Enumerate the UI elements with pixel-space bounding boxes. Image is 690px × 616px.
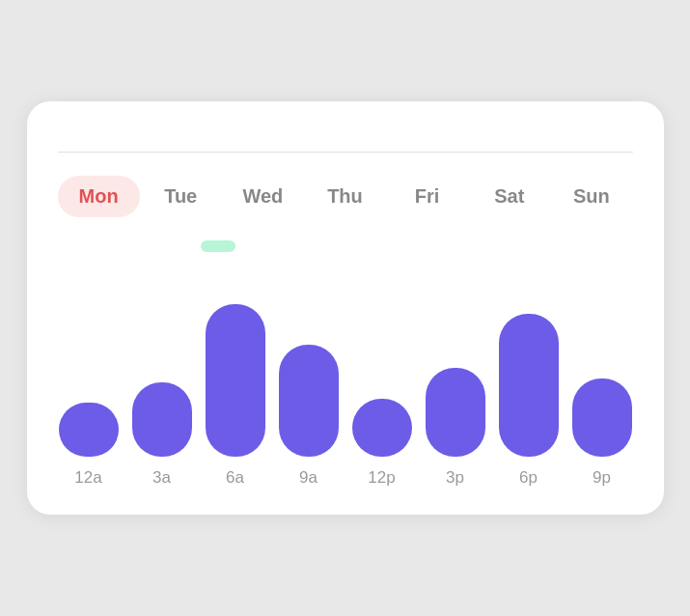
time-label-6p: 6p <box>498 468 560 488</box>
bar-col-3a <box>131 287 193 457</box>
time-label-3p: 3p <box>425 468 486 488</box>
bar-col-12a <box>58 287 120 457</box>
bar-col-9p <box>571 287 633 457</box>
time-label-12p: 12p <box>351 468 413 488</box>
time-labels-row: 12a3a6a9a12p3p6p9p <box>58 468 633 488</box>
bar-6p <box>499 314 559 457</box>
bar-3a <box>132 382 192 457</box>
time-label-6a: 6a <box>205 468 266 488</box>
bars-row <box>58 244 633 457</box>
most-active-label <box>201 240 235 252</box>
bar-6a <box>206 304 265 457</box>
time-label-12a: 12a <box>58 468 120 488</box>
day-btn-fri[interactable]: Fri <box>386 176 468 217</box>
bar-12a <box>59 403 119 457</box>
divider <box>58 152 633 153</box>
day-btn-mon[interactable]: Mon <box>58 176 140 217</box>
time-label-3a: 3a <box>131 468 193 488</box>
day-btn-thu[interactable]: Thu <box>304 176 386 217</box>
bar-col-6a <box>205 287 266 457</box>
bar-9a <box>279 345 339 457</box>
day-btn-sun[interactable]: Sun <box>550 176 632 217</box>
time-label-9a: 9a <box>278 468 340 488</box>
day-btn-sat[interactable]: Sat <box>468 176 550 217</box>
bar-12p <box>352 399 412 457</box>
bar-col-12p <box>351 287 413 457</box>
bar-9p <box>572 378 632 457</box>
best-time-card: MonTueWedThuFriSatSun 12a3a6a9a12p3p6p9p <box>27 101 664 515</box>
bar-col-3p <box>425 287 486 457</box>
bar-col-9a <box>278 287 340 457</box>
day-btn-wed[interactable]: Wed <box>222 176 304 217</box>
chart-area: 12a3a6a9a12p3p6p9p <box>58 244 633 488</box>
day-btn-tue[interactable]: Tue <box>140 176 222 217</box>
bar-col-6p <box>498 287 560 457</box>
time-label-9p: 9p <box>571 468 633 488</box>
days-row: MonTueWedThuFriSatSun <box>58 176 633 217</box>
bar-3p <box>426 368 485 457</box>
